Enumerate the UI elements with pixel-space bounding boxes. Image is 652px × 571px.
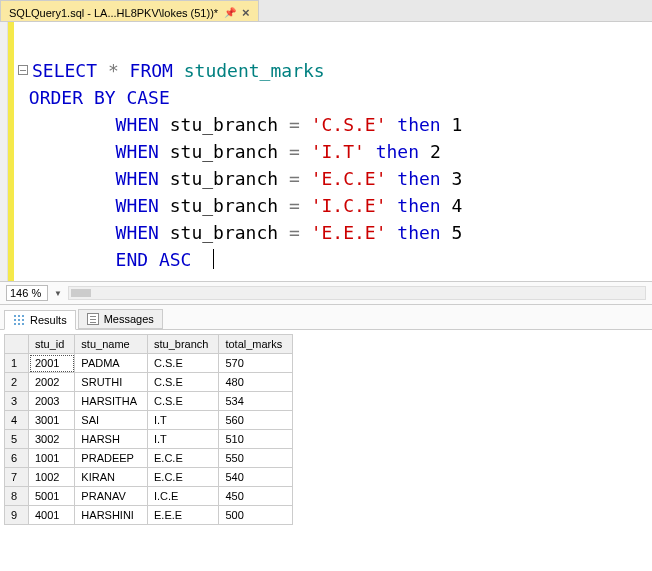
cell-stu-id[interactable]: 3002 xyxy=(29,430,75,449)
table-row[interactable]: 61001PRADEEPE.C.E550 xyxy=(5,449,293,468)
cell-stu-branch[interactable]: C.S.E xyxy=(147,354,218,373)
cell-stu-id[interactable]: 5001 xyxy=(29,487,75,506)
text-cursor xyxy=(213,249,214,269)
cell-stu-branch[interactable]: I.T xyxy=(147,430,218,449)
table-row[interactable]: 12001PADMAC.S.E570 xyxy=(5,354,293,373)
cell-stu-branch[interactable]: E.E.E xyxy=(147,506,218,525)
cell-stu-branch[interactable]: C.S.E xyxy=(147,373,218,392)
document-tab-bar: SQLQuery1.sql - LA...HL8PKV\lokes (51))*… xyxy=(0,0,652,22)
editor-text[interactable]: SELECT * FROM student_marks ORDER BY CAS… xyxy=(14,22,652,281)
cell-stu-name[interactable]: HARSHINI xyxy=(75,506,148,525)
row-number[interactable]: 3 xyxy=(5,392,29,411)
horizontal-scrollbar[interactable] xyxy=(68,286,646,300)
cell-stu-branch[interactable]: I.C.E xyxy=(147,487,218,506)
cell-stu-name[interactable]: SRUTHI xyxy=(75,373,148,392)
cell-total-marks[interactable]: 534 xyxy=(219,392,293,411)
table-row[interactable]: 94001HARSHINIE.E.E500 xyxy=(5,506,293,525)
sql-editor[interactable]: SELECT * FROM student_marks ORDER BY CAS… xyxy=(0,22,652,281)
row-number[interactable]: 7 xyxy=(5,468,29,487)
table-row[interactable]: 71002KIRANE.C.E540 xyxy=(5,468,293,487)
results-tab-bar: Results Messages xyxy=(0,305,652,330)
zoom-bar: 146 % ▼ xyxy=(0,281,652,305)
cell-stu-id[interactable]: 1002 xyxy=(29,468,75,487)
document-tab-title: SQLQuery1.sql - LA...HL8PKV\lokes (51))* xyxy=(9,7,218,19)
cell-stu-branch[interactable]: I.T xyxy=(147,411,218,430)
cell-stu-name[interactable]: PRANAV xyxy=(75,487,148,506)
table-row[interactable]: 85001PRANAVI.C.E450 xyxy=(5,487,293,506)
cell-total-marks[interactable]: 510 xyxy=(219,430,293,449)
col-total-marks[interactable]: total_marks xyxy=(219,335,293,354)
col-stu-name[interactable]: stu_name xyxy=(75,335,148,354)
row-number[interactable]: 5 xyxy=(5,430,29,449)
cell-stu-id[interactable]: 2002 xyxy=(29,373,75,392)
pin-icon[interactable]: 📌 xyxy=(224,7,236,18)
cell-stu-name[interactable]: HARSH xyxy=(75,430,148,449)
row-number[interactable]: 2 xyxy=(5,373,29,392)
cell-stu-id[interactable]: 2003 xyxy=(29,392,75,411)
scrollbar-thumb[interactable] xyxy=(71,289,91,297)
tab-messages-label: Messages xyxy=(104,313,154,325)
cell-total-marks[interactable]: 560 xyxy=(219,411,293,430)
cell-stu-id[interactable]: 2001 xyxy=(29,354,75,373)
messages-icon xyxy=(87,313,99,325)
header-row: stu_id stu_name stu_branch total_marks xyxy=(5,335,293,354)
col-stu-id[interactable]: stu_id xyxy=(29,335,75,354)
results-grid[interactable]: stu_id stu_name stu_branch total_marks 1… xyxy=(4,334,293,525)
cell-stu-branch[interactable]: E.C.E xyxy=(147,468,218,487)
grid-icon xyxy=(13,314,25,326)
editor-margin xyxy=(0,22,8,281)
row-number[interactable]: 8 xyxy=(5,487,29,506)
col-rownum[interactable] xyxy=(5,335,29,354)
cell-stu-name[interactable]: KIRAN xyxy=(75,468,148,487)
tab-messages[interactable]: Messages xyxy=(78,309,163,329)
table-row[interactable]: 32003HARSITHAC.S.E534 xyxy=(5,392,293,411)
cell-total-marks[interactable]: 570 xyxy=(219,354,293,373)
zoom-level[interactable]: 146 % xyxy=(6,285,48,301)
cell-stu-id[interactable]: 3001 xyxy=(29,411,75,430)
zoom-dropdown-icon[interactable]: ▼ xyxy=(54,289,62,298)
row-number[interactable]: 4 xyxy=(5,411,29,430)
row-number[interactable]: 9 xyxy=(5,506,29,525)
row-number[interactable]: 1 xyxy=(5,354,29,373)
tab-results[interactable]: Results xyxy=(4,310,76,330)
cell-stu-name[interactable]: HARSITHA xyxy=(75,392,148,411)
cell-total-marks[interactable]: 450 xyxy=(219,487,293,506)
table-row[interactable]: 43001SAII.T560 xyxy=(5,411,293,430)
table-row[interactable]: 22002SRUTHIC.S.E480 xyxy=(5,373,293,392)
cell-stu-name[interactable]: PADMA xyxy=(75,354,148,373)
cell-stu-id[interactable]: 1001 xyxy=(29,449,75,468)
tab-results-label: Results xyxy=(30,314,67,326)
cell-total-marks[interactable]: 540 xyxy=(219,468,293,487)
table-row[interactable]: 53002HARSHI.T510 xyxy=(5,430,293,449)
outline-collapse-icon[interactable] xyxy=(18,65,28,75)
cell-stu-id[interactable]: 4001 xyxy=(29,506,75,525)
cell-total-marks[interactable]: 550 xyxy=(219,449,293,468)
cell-total-marks[interactable]: 480 xyxy=(219,373,293,392)
cell-stu-name[interactable]: PRADEEP xyxy=(75,449,148,468)
cell-stu-branch[interactable]: E.C.E xyxy=(147,449,218,468)
cell-total-marks[interactable]: 500 xyxy=(219,506,293,525)
close-icon[interactable]: × xyxy=(242,5,250,20)
row-number[interactable]: 6 xyxy=(5,449,29,468)
cell-stu-name[interactable]: SAI xyxy=(75,411,148,430)
col-stu-branch[interactable]: stu_branch xyxy=(147,335,218,354)
cell-stu-branch[interactable]: C.S.E xyxy=(147,392,218,411)
document-tab[interactable]: SQLQuery1.sql - LA...HL8PKV\lokes (51))*… xyxy=(0,0,259,21)
